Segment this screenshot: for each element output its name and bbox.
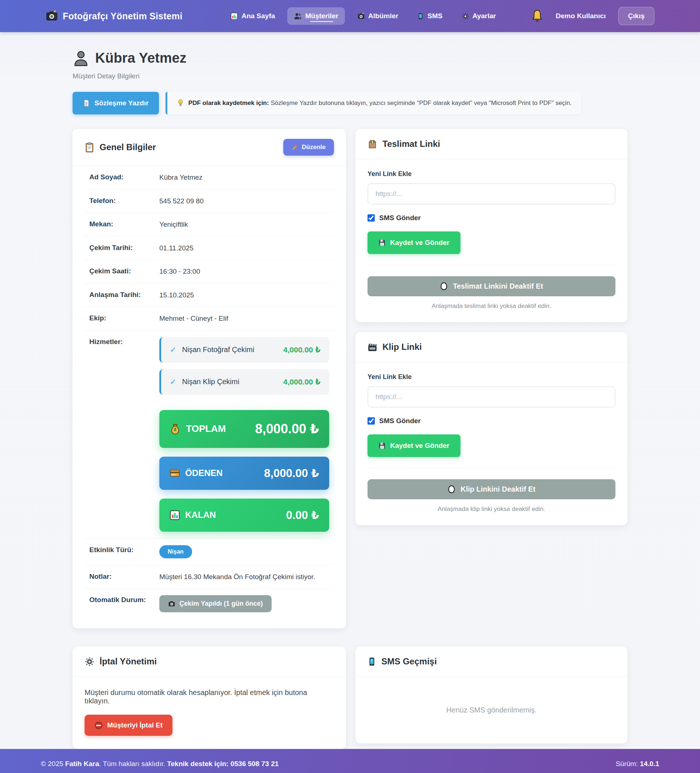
delivery-sms-check-row: SMS Gönder	[367, 214, 615, 222]
nav-item-home[interactable]: Ana Sayfa	[224, 7, 282, 25]
right-column: Teslimat Linki Yeni Link Ekle SMS Gönder…	[356, 129, 628, 525]
sms-history-header: SMS Geçmişi	[356, 646, 628, 677]
service-price: 4,000.00 ₺	[283, 345, 321, 354]
field-value: Yeniçiftlik	[159, 219, 188, 230]
footer: © 2025 Fatih Kara. Tüm hakları saklıdır.…	[0, 749, 700, 773]
camera-icon	[46, 10, 58, 22]
delivery-sms-label[interactable]: SMS Gönder	[379, 214, 421, 222]
sms-history-title: SMS Geçmişi	[381, 656, 437, 666]
cancel-customer-label: Müşteriyi İptal Et	[107, 721, 163, 729]
copyright-prefix: © 2025	[41, 760, 65, 768]
auto-status-row: Otomatik Durum: Çekim Yapıldı (1 gün önc…	[85, 589, 334, 619]
clip-link-title: Klip Linki	[382, 342, 422, 352]
event-type-row: Etkinlik Türü: Nişan	[85, 539, 334, 565]
sms-history-title-wrap: SMS Geçmişi	[367, 656, 615, 666]
clip-sms-label[interactable]: SMS Gönder	[379, 417, 421, 425]
app-title: Fotoğrafçı Yönetim Sistemi	[63, 11, 182, 21]
floppy-icon	[379, 239, 386, 247]
delivery-sms-checkbox[interactable]	[367, 214, 375, 222]
divider	[367, 468, 615, 468]
general-info-title: Genel Bilgiler	[99, 142, 156, 152]
delivery-deactivate-button[interactable]: Teslimat Linkini Deaktif Et	[367, 276, 615, 296]
service-name: Nişan Fotoğraf Çekimi	[182, 345, 277, 354]
version-value: 14.0.1	[640, 760, 659, 768]
print-row: Sözleşme Yazdır PDF olarak kaydetmek içi…	[72, 92, 628, 114]
nav-label: SMS	[427, 12, 442, 20]
money-bag-icon	[170, 423, 181, 434]
avatar	[72, 49, 89, 66]
bottom-grid: İptal Yönetimi Müşteri durumu otomatik o…	[72, 646, 628, 749]
delivery-deactivate-label: Teslimat Linkini Deaktif Et	[453, 282, 543, 291]
clip-link-body: Yeni Link Ekle SMS Gönder Kaydet ve Gönd…	[356, 362, 628, 525]
sms-history-card: SMS Geçmişi Henüz SMS gönderilmemiş.	[356, 646, 628, 743]
logout-button[interactable]: Çıkış	[618, 7, 654, 25]
service-item: ✓ Nişan Fotoğraf Çekimi 4,000.00 ₺	[159, 337, 329, 363]
field-label: Anlaşma Tarihi:	[89, 290, 159, 299]
clip-sms-checkbox[interactable]	[367, 417, 375, 424]
nav-item-customers[interactable]: Müşteriler	[287, 7, 345, 25]
info-row-shoot-time: Çekim Saati: 16:30 - 23:00	[85, 260, 334, 283]
version-label: Sürüm:	[616, 760, 640, 768]
user-name: Demo Kullanıcı	[556, 12, 606, 20]
services-row: Hizmetler: ✓ Nişan Fotoğraf Çekimi 4,000…	[85, 331, 334, 539]
new-link-label: Yeni Link Ekle	[367, 170, 615, 178]
clip-url-input[interactable]	[367, 386, 615, 408]
field-value: Mehmet - Cüneyt - Elif	[159, 313, 228, 324]
cancel-customer-button[interactable]: Müşteriyi İptal Et	[85, 715, 173, 736]
cancel-management-card: İptal Yönetimi Müşteri durumu otomatik o…	[72, 646, 346, 749]
phone-icon	[417, 12, 424, 20]
pencil-icon	[292, 144, 298, 151]
total-label-wrap: TOPLAM	[170, 423, 249, 434]
delivery-helper-text: Anlaşmada teslimat linki yoksa deaktif e…	[367, 303, 615, 310]
edit-button[interactable]: Düzenle	[283, 139, 334, 156]
clip-link-title-wrap: Klip Linki	[367, 342, 615, 352]
general-info-card: Genel Bilgiler Düzenle Ad Soyad: Kübra Y…	[72, 129, 346, 628]
cancel-title-wrap: İptal Yönetimi	[85, 656, 334, 666]
general-info-title-wrap: Genel Bilgiler	[85, 142, 278, 153]
divider	[367, 265, 615, 265]
delivery-link-title: Teslimat Linki	[382, 139, 440, 149]
delivery-save-button[interactable]: Kaydet ve Gönder	[367, 232, 461, 254]
app-brand: Fotoğrafçı Yönetim Sistemi	[46, 10, 182, 22]
delivery-link-header: Teslimat Linki	[356, 129, 628, 159]
page-subtitle: Müşteri Detay Bilgileri	[72, 72, 628, 80]
copyright-mid: . Tüm hakları saklıdır.	[99, 760, 167, 768]
delivery-url-input[interactable]	[367, 183, 615, 204]
print-contract-button[interactable]: Sözleşme Yazdır	[72, 92, 159, 114]
info-row-shoot-date: Çekim Tarihi: 01.11.2025	[85, 237, 334, 260]
clip-deactivate-label: Klip Linkini Deaktif Et	[461, 485, 535, 493]
print-contract-label: Sözleşme Yazdır	[94, 99, 149, 107]
nav-item-settings[interactable]: Ayarlar	[455, 7, 503, 25]
pdf-tip-body: Sözleşme Yazdır butonuna tıklayın, yazıc…	[269, 99, 572, 107]
check-icon: ✓	[170, 378, 176, 386]
clip-save-button[interactable]: Kaydet ve Gönder	[367, 434, 461, 457]
cancel-header: İptal Yönetimi	[72, 646, 346, 677]
services-column: ✓ Nişan Fotoğraf Çekimi 4,000.00 ₺ ✓ Niş…	[159, 337, 329, 532]
navbar-right: Demo Kullanıcı Çıkış	[531, 7, 654, 25]
notes-value: Müşteri 16.30 Mekanda Ön Fotoğraf Çekimi…	[159, 572, 315, 582]
footer-version: Sürüm: 14.0.1	[616, 760, 659, 768]
white-circle-icon	[447, 485, 456, 494]
clip-deactivate-button[interactable]: Klip Linkini Deaktif Et	[367, 479, 615, 499]
field-label: Çekim Saati:	[89, 266, 159, 275]
nav-item-sms[interactable]: SMS	[410, 7, 449, 25]
clip-helper-text: Anlaşmada klip linki yoksa deaktif edin.	[367, 505, 615, 513]
paid-value: 8,000.00 ₺	[264, 467, 319, 480]
notes-label: Notlar:	[89, 572, 159, 581]
notifications-bell[interactable]	[531, 10, 543, 23]
paid-label: ÖDENEN	[185, 468, 223, 478]
nav-label: Albümler	[368, 12, 398, 20]
clip-save-label: Kaydet ve Gönder	[390, 442, 450, 450]
nav-label: Müşteriler	[305, 12, 338, 20]
cancel-body: Müşteri durumu otomatik olarak hesaplanı…	[72, 677, 346, 749]
check-icon: ✓	[170, 345, 176, 354]
general-info-header: Genel Bilgiler Düzenle	[72, 129, 346, 166]
camera-icon	[357, 12, 365, 20]
event-type-label: Etkinlik Türü:	[89, 545, 159, 554]
remaining-label-wrap: KALAN	[170, 510, 280, 520]
sms-history-empty-state: Henüz SMS gönderilmemiş.	[356, 677, 628, 743]
gear-icon	[85, 657, 94, 666]
main-content: Kübra Yetmez Müşteri Detay Bilgileri Söz…	[72, 32, 628, 749]
cancel-title: İptal Yönetimi	[99, 656, 157, 666]
nav-item-albums[interactable]: Albümler	[351, 7, 405, 25]
